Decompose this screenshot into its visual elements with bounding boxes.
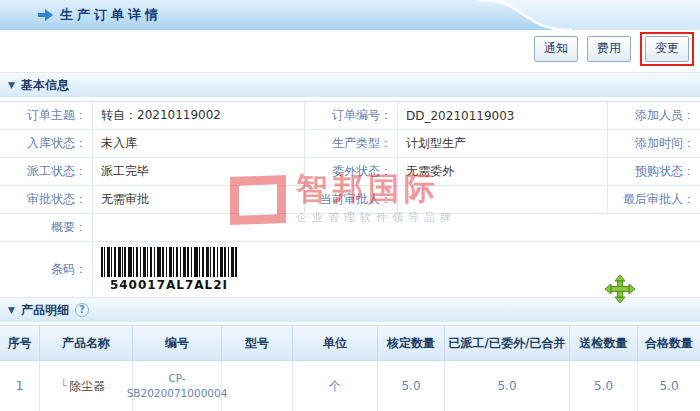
column-header: 产品名称 <box>40 326 133 361</box>
product-name-link[interactable]: 除尘器 <box>69 378 105 395</box>
product-name-cell: └ 除尘器 <box>40 361 133 411</box>
basic-info-section-title: 基本信息 <box>21 77 69 94</box>
product-code-line: SB2020071000004 <box>127 386 228 401</box>
dispatched-qty-cell: 5.0 <box>445 361 570 411</box>
column-header: 序号 <box>0 326 40 361</box>
column-header: 型号 <box>222 326 293 361</box>
summary-label: 概要： <box>0 214 93 242</box>
approved-qty-cell: 5.0 <box>378 361 445 411</box>
basic-info-section-header[interactable]: ▼ 基本信息 <box>0 73 700 97</box>
page-title: 生产订单详情 <box>60 6 162 24</box>
product-code-link[interactable]: CP- SB2020071000004 <box>133 361 222 411</box>
barcode-text: 540017AL7AL2I <box>110 278 228 292</box>
field-label: 派工状态： <box>0 158 93 186</box>
field-label: 添加人员： <box>608 102 700 130</box>
qualified-qty-cell: 5.0 <box>638 361 700 411</box>
notify-button[interactable]: 通知 <box>534 36 578 62</box>
cost-button[interactable]: 费用 <box>587 36 631 62</box>
product-detail-table: 序号 产品名称 编号 型号 单位 核定数量 已派工/已委外/已合并 送检数量 合… <box>0 325 700 411</box>
move-cursor-icon <box>604 274 636 304</box>
column-header: 送检数量 <box>570 326 638 361</box>
product-code-line: CP- <box>168 371 185 386</box>
title-arrow-icon <box>38 9 53 21</box>
column-header: 合格数量 <box>638 326 700 361</box>
production-order-detail-page: 生产订单详情 通知 费用 变更 ▼ 基本信息 订单主题： 转自：20210119… <box>0 0 700 411</box>
barcode-image <box>101 247 237 277</box>
field-label: 最后审批人： <box>608 186 700 214</box>
product-detail-section-header[interactable]: ▼ 产品明细 ? <box>0 298 700 322</box>
change-button[interactable]: 变更 <box>645 36 689 62</box>
field-value: 无需委外 <box>398 158 608 186</box>
field-value <box>398 186 608 214</box>
page-header-banner: 生产订单详情 <box>0 0 700 30</box>
field-label: 审批状态： <box>0 186 93 214</box>
row-seq: 1 <box>0 361 40 411</box>
field-label: 生产类型： <box>305 130 398 158</box>
product-detail-section-title: 产品明细 <box>21 302 69 319</box>
unit-cell: 个 <box>293 361 378 411</box>
field-value: 无需审批 <box>93 186 305 214</box>
field-label: 入库状态： <box>0 130 93 158</box>
collapse-triangle-icon: ▼ <box>8 80 15 90</box>
barcode-label: 条码： <box>0 242 93 298</box>
field-value: 转自：20210119002 <box>93 102 305 130</box>
model-cell <box>222 361 293 411</box>
field-value: 派工完毕 <box>93 158 305 186</box>
help-icon[interactable]: ? <box>75 303 89 317</box>
column-header: 编号 <box>133 326 222 361</box>
basic-info-table: 订单主题： 转自：20210119002 订单编号： DD_2021011900… <box>0 101 700 298</box>
field-label: 委外状态： <box>305 158 398 186</box>
field-label: 当前审批人： <box>305 186 398 214</box>
column-header: 单位 <box>293 326 378 361</box>
inspection-qty-cell: 5.0 <box>570 361 638 411</box>
toolbar: 通知 费用 变更 <box>0 30 700 73</box>
field-label: 订单编号： <box>305 102 398 130</box>
field-value: DD_20210119003 <box>398 102 608 130</box>
field-label: 预购状态： <box>608 158 700 186</box>
field-value: 计划型生产 <box>398 130 608 158</box>
column-header: 核定数量 <box>378 326 445 361</box>
field-label: 订单主题： <box>0 102 93 130</box>
field-label: 添加时间： <box>608 130 700 158</box>
tree-branch-icon: └ <box>60 379 67 393</box>
column-header: 已派工/已委外/已合并 <box>445 326 570 361</box>
summary-value <box>93 214 700 242</box>
field-value: 未入库 <box>93 130 305 158</box>
change-button-highlight-box: 变更 <box>640 32 694 66</box>
collapse-triangle-icon: ▼ <box>8 305 15 315</box>
